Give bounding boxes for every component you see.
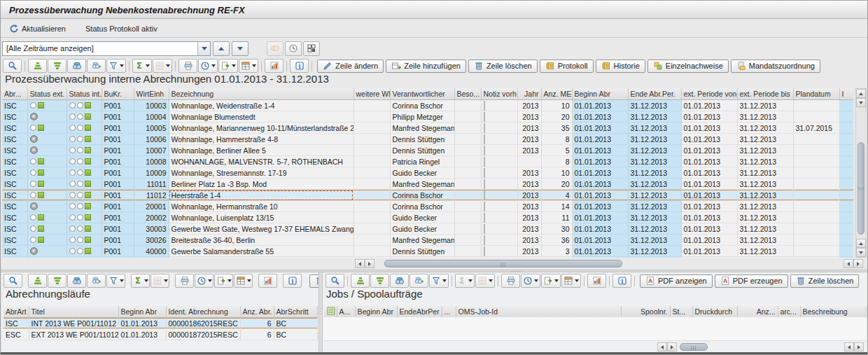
column-header-bukr[interactable]: BuKr. bbox=[102, 88, 134, 100]
sort-ascending-button[interactable] bbox=[28, 59, 47, 73]
filter-button[interactable] bbox=[429, 274, 449, 288]
cell-besond[interactable] bbox=[454, 100, 481, 111]
cell-verantwortlicher[interactable]: Corinna Bschor bbox=[390, 201, 454, 212]
cell-ext_von[interactable]: 01.01.2013 bbox=[681, 257, 737, 258]
notiz-checkbox[interactable] bbox=[484, 123, 485, 133]
cell-weitere_we[interactable] bbox=[354, 134, 390, 145]
cell-ende_abrper[interactable]: 31.12.2013 bbox=[628, 123, 681, 134]
cell-anz_me[interactable]: 7 bbox=[541, 257, 572, 258]
cell-bukr[interactable]: P001 bbox=[102, 167, 134, 179]
mandatszuordnung-button[interactable]: Mandatszuordnung bbox=[731, 60, 820, 73]
cell-status_int[interactable] bbox=[66, 190, 102, 201]
cell-notiz[interactable] bbox=[481, 145, 517, 156]
column-header-verantwortlicher[interactable]: Verantwortlicher bbox=[390, 88, 454, 100]
cell-ende_abrper[interactable]: 31.12.2013 bbox=[628, 212, 681, 223]
cell-verantwortlicher[interactable]: Corinna Bschor bbox=[390, 190, 454, 201]
cell-ext_von[interactable]: 01.01.2013 bbox=[681, 100, 737, 111]
cell-status_ext[interactable]: × bbox=[27, 201, 66, 212]
sort-descending-button[interactable] bbox=[370, 274, 389, 288]
cell-beginn_abr[interactable]: 01.01.2013 bbox=[572, 223, 628, 235]
cell-ext_bis[interactable]: 31.12.2013 bbox=[737, 190, 793, 201]
cell-jahr[interactable]: 2013 bbox=[517, 167, 541, 179]
cell-wirteinh[interactable]: 20002 bbox=[134, 212, 169, 223]
cell-plandatum[interactable] bbox=[793, 235, 839, 246]
cell-sliver[interactable] bbox=[839, 212, 853, 223]
cell-ende_abrper[interactable]: 31.12.2013 bbox=[628, 201, 681, 212]
column-header-spoolnr[interactable]: Spoolnr. bbox=[621, 306, 670, 318]
cell-abrart[interactable]: ISC bbox=[2, 235, 27, 246]
column-header-endeabrper[interactable]: EndeAbrPer bbox=[397, 306, 442, 318]
export-button[interactable] bbox=[218, 59, 238, 73]
cell-status_ext[interactable]: × bbox=[27, 111, 66, 123]
cell-besond[interactable] bbox=[454, 167, 481, 179]
cell-weitere_we[interactable] bbox=[354, 190, 390, 201]
cell-besond[interactable] bbox=[454, 134, 481, 145]
cell-beginn_abr[interactable]: 01.01.2013 bbox=[572, 167, 628, 179]
cell-ident[interactable]: 000001862015RESC bbox=[166, 318, 240, 329]
cell-weitere_we[interactable] bbox=[354, 100, 390, 111]
cell-ext_bis[interactable]: 31.12.2013 bbox=[737, 179, 793, 190]
cell-verantwortlicher[interactable]: Dennis Stüttgen bbox=[390, 145, 454, 156]
cell-notiz[interactable] bbox=[481, 100, 517, 111]
cell-beginn_abr[interactable]: 01.01.2013 bbox=[572, 111, 628, 123]
info-button[interactable]: i bbox=[612, 274, 631, 288]
cell-wirteinh[interactable]: 20001 bbox=[134, 201, 169, 212]
find-button[interactable] bbox=[67, 274, 86, 288]
cell-status_int[interactable] bbox=[66, 111, 102, 123]
subtotal-button[interactable] bbox=[153, 59, 172, 73]
cell-beginn_abr[interactable]: 01.01.2013 bbox=[572, 156, 628, 167]
cell-weitere_we[interactable] bbox=[354, 201, 390, 212]
cell-weitere_we[interactable] bbox=[354, 156, 390, 167]
cell-anz_me[interactable]: 36 bbox=[541, 235, 572, 246]
graphic-button[interactable] bbox=[258, 274, 277, 288]
cell-bukr[interactable]: P001 bbox=[102, 111, 134, 123]
column-header-anz_me[interactable]: Anz. ME bbox=[541, 88, 572, 100]
cell-jahr[interactable]: 2013 bbox=[517, 257, 541, 258]
column-header-bezeichnung[interactable]: Bezeichnung bbox=[169, 88, 354, 100]
cell-ext_von[interactable]: 01.01.2013 bbox=[681, 145, 737, 156]
cell-bukr[interactable]: P001 bbox=[102, 145, 134, 156]
cell-jahr[interactable]: 2013 bbox=[517, 201, 541, 212]
cell-weitere_we[interactable] bbox=[354, 235, 390, 246]
cell-bezeichnung[interactable]: Heerstraße 1-4 bbox=[169, 190, 354, 201]
cell-jahr[interactable] bbox=[517, 156, 541, 167]
cell-wirteinh[interactable]: 30003 bbox=[134, 223, 169, 235]
choose-layout-button[interactable] bbox=[239, 59, 258, 73]
cell-bezeichnung[interactable]: WOHNANLAGE, MALVENSTR. 5-7, RÖTHENBACH bbox=[169, 156, 354, 167]
cell-abrart[interactable]: ISC bbox=[2, 167, 27, 179]
cell-wirteinh[interactable]: 50001 bbox=[134, 257, 169, 258]
cell-status_ext[interactable] bbox=[27, 156, 66, 167]
graphic-button[interactable] bbox=[265, 59, 284, 73]
cell-verantwortlicher[interactable]: Guido Becker bbox=[390, 223, 454, 235]
column-header-status_int[interactable]: Status int. bbox=[66, 88, 102, 100]
column-header-abrart[interactable]: AbrArt bbox=[4, 306, 29, 318]
cell-beginn_abr[interactable]: 01.01.2013 bbox=[572, 179, 628, 190]
cell-abrart[interactable]: ISC bbox=[2, 190, 27, 201]
sum-button[interactable]: Σ bbox=[131, 274, 150, 288]
cell-bukr[interactable]: P001 bbox=[102, 134, 134, 145]
cell-besond[interactable] bbox=[454, 111, 481, 123]
column-header-abrschritt[interactable]: AbrSchritt bbox=[274, 306, 317, 318]
cell-besond[interactable] bbox=[454, 212, 481, 223]
sort-descending-button[interactable] bbox=[48, 274, 66, 288]
cell-abrart[interactable]: ISC bbox=[2, 100, 27, 111]
einzelnachweise-button[interactable]: Einzelnachweise bbox=[648, 60, 729, 73]
cell-ext_von[interactable]: 01.01.2013 bbox=[681, 201, 737, 212]
cell-beginn_abr[interactable]: 01.01.2013 bbox=[572, 246, 628, 257]
choose-layout-button[interactable] bbox=[561, 274, 581, 288]
sort-descending-button[interactable] bbox=[48, 59, 66, 73]
grid-window-button[interactable] bbox=[303, 41, 320, 56]
cell-jahr[interactable]: 2013 bbox=[517, 123, 541, 134]
cell-abrart[interactable]: ISC bbox=[2, 179, 27, 190]
cell-notiz[interactable] bbox=[481, 201, 517, 212]
cell-verantwortlicher[interactable]: Manfred Stegemann bbox=[390, 179, 454, 190]
cell-beginn_abr[interactable]: 01.01.2013 bbox=[572, 235, 628, 246]
column-header-a[interactable]: A... bbox=[337, 306, 355, 318]
cell-notiz[interactable] bbox=[481, 123, 517, 134]
cell-ende_abrper[interactable]: 31.12.2013 bbox=[628, 145, 681, 156]
cell-anz_me[interactable]: 30 bbox=[541, 223, 572, 235]
cell-wirteinh[interactable]: 40000 bbox=[134, 246, 169, 257]
cell-ende_abrper[interactable]: 31.12.2013 bbox=[628, 257, 681, 258]
cell-beginn_abr[interactable]: 01.01.2013 bbox=[118, 329, 166, 340]
cell-status_int[interactable] bbox=[66, 134, 102, 145]
